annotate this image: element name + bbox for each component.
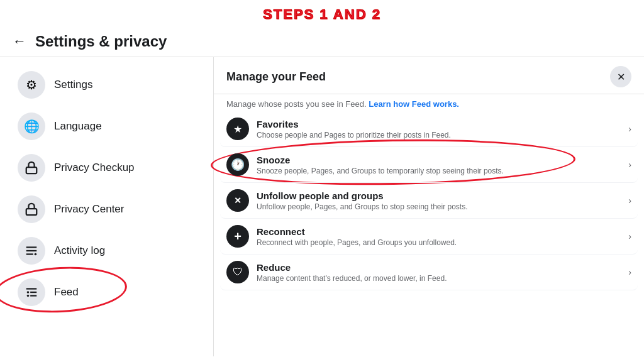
activity-log-icon	[18, 237, 45, 265]
svg-rect-0	[26, 167, 37, 173]
reconnect-chevron: ›	[628, 231, 631, 241]
feed-item-wrapper: Feed	[0, 272, 213, 312]
unfollow-title: Unfollow people and groups	[257, 190, 623, 201]
snooze-wrapper: 🕐 Snooze Snooze people, Pages, and Group…	[220, 147, 638, 183]
sidebar: ⚙ Settings 🌐 Language Privacy Checkup	[0, 57, 214, 356]
reconnect-text: Reconnect Reconnect with people, Pages, …	[257, 226, 623, 247]
sidebar-label-privacy-checkup: Privacy Checkup	[54, 162, 135, 174]
snooze-desc: Snooze people, Pages, and Groups to temp…	[257, 167, 623, 175]
sidebar-item-settings[interactable]: ⚙ Settings	[5, 65, 208, 105]
sidebar-label-language: Language	[54, 120, 102, 133]
favorites-icon: ★	[226, 118, 249, 140]
svg-point-7	[27, 291, 30, 293]
steps-banner: STEPS 1 AND 2	[0, 0, 644, 26]
feed-icon	[18, 278, 45, 306]
sidebar-item-activity-log[interactable]: Activity log	[5, 231, 208, 271]
feed-options-list: ★ Favorites Choose people and Pages to p…	[214, 111, 644, 290]
sidebar-label-settings: Settings	[54, 79, 92, 91]
main-layout: ⚙ Settings 🌐 Language Privacy Checkup	[0, 57, 644, 356]
sidebar-label-feed: Feed	[54, 286, 79, 299]
language-icon: 🌐	[18, 112, 45, 140]
reconnect-icon: +	[226, 225, 249, 248]
right-panel: Manage your Feed ✕ Manage whose posts yo…	[214, 57, 644, 356]
panel-header: Manage your Feed ✕	[214, 57, 644, 94]
unfollow-icon: ✕	[226, 189, 249, 212]
page-title: Settings & privacy	[35, 33, 167, 50]
favorites-desc: Choose people and Pages to prioritize th…	[257, 131, 623, 140]
sidebar-item-privacy-center[interactable]: Privacy Center	[5, 189, 208, 229]
header: ← Settings & privacy	[0, 26, 644, 57]
snooze-text: Snooze Snooze people, Pages, and Groups …	[257, 155, 623, 175]
reduce-chevron: ›	[628, 267, 631, 277]
reduce-title: Reduce	[257, 262, 623, 273]
close-button[interactable]: ✕	[610, 66, 631, 87]
sidebar-item-feed[interactable]: Feed	[5, 272, 208, 312]
svg-point-9	[27, 295, 30, 297]
learn-more-link[interactable]: Learn how Feed works.	[369, 99, 459, 109]
feed-option-reconnect[interactable]: + Reconnect Reconnect with people, Pages…	[220, 219, 638, 255]
sidebar-item-language[interactable]: 🌐 Language	[5, 106, 208, 146]
svg-rect-1	[26, 209, 37, 215]
panel-title: Manage your Feed	[226, 70, 326, 84]
sidebar-item-privacy-checkup[interactable]: Privacy Checkup	[5, 148, 208, 188]
panel-subtitle: Manage whose posts you see in Feed. Lear…	[214, 94, 644, 111]
svg-point-5	[35, 253, 37, 256]
favorites-chevron: ›	[628, 124, 631, 134]
unfollow-chevron: ›	[628, 195, 631, 206]
sidebar-label-activity-log: Activity log	[54, 244, 105, 257]
feed-option-favorites[interactable]: ★ Favorites Choose people and Pages to p…	[220, 111, 638, 147]
reduce-desc: Manage content that's reduced, or moved …	[257, 274, 623, 283]
snooze-title: Snooze	[257, 155, 623, 165]
unfollow-desc: Unfollow people, Pages, and Groups to st…	[257, 202, 623, 211]
favorites-title: Favorites	[257, 119, 623, 129]
reduce-text: Reduce Manage content that's reduced, or…	[257, 262, 623, 283]
settings-icon: ⚙	[18, 71, 45, 99]
back-button[interactable]: ←	[13, 33, 26, 50]
favorites-text: Favorites Choose people and Pages to pri…	[257, 119, 623, 140]
sidebar-label-privacy-center: Privacy Center	[54, 203, 124, 216]
feed-option-snooze[interactable]: 🕐 Snooze Snooze people, Pages, and Group…	[220, 147, 638, 183]
feed-option-reduce[interactable]: 🛡 Reduce Manage content that's reduced, …	[220, 255, 638, 290]
snooze-chevron: ›	[628, 160, 631, 170]
unfollow-text: Unfollow people and groups Unfollow peop…	[257, 190, 623, 211]
snooze-icon: 🕐	[226, 153, 249, 176]
reconnect-title: Reconnect	[257, 226, 623, 237]
reduce-icon: 🛡	[226, 261, 249, 283]
privacy-checkup-icon	[18, 154, 45, 182]
feed-option-unfollow[interactable]: ✕ Unfollow people and groups Unfollow pe…	[220, 183, 638, 219]
reconnect-desc: Reconnect with people, Pages, and Groups…	[257, 238, 623, 247]
privacy-center-icon	[18, 195, 45, 223]
